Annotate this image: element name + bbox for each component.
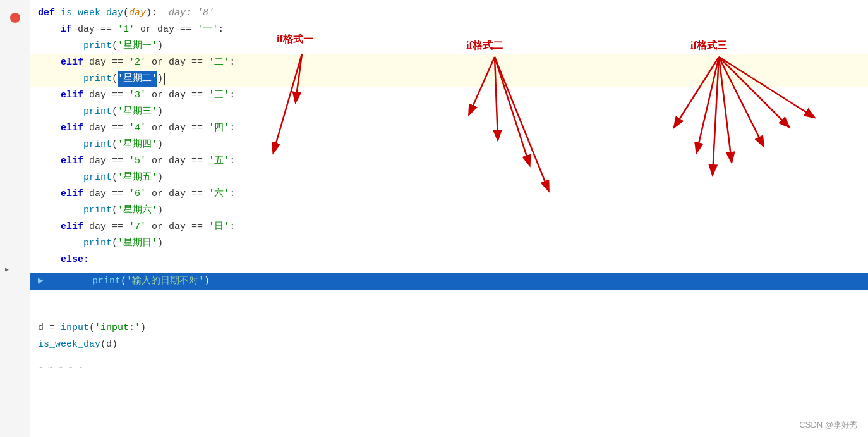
str-7: '7' [129,219,146,235]
str-input-prompt: 'input:' [95,320,140,336]
func-input: input [61,320,89,336]
indent-15 [38,235,83,252]
op-ci: ) [140,320,146,336]
watermark: CSDN @李好秀 [799,419,858,431]
bottom-line-1: d = input('input:') [30,320,868,336]
indent-12 [38,186,61,202]
str-4: '4' [129,120,146,137]
op-eq: == [95,22,118,38]
code-content: def is_week_day(day): day: '8' if day ==… [30,0,868,273]
colon8: : [229,120,235,137]
var-d4: day [89,54,106,71]
op-pcall: ( [100,336,106,353]
colon: : [218,22,224,38]
op-cp9: ) [157,137,163,153]
var-d8b: day [169,120,186,137]
code-line-5: print('星期二') [30,71,868,87]
op-e8b: == [186,120,208,137]
str-mon: '星期一' [118,38,157,54]
str-sat: '星期六' [118,202,157,219]
op-or4: or [146,54,169,71]
main-container: ▶ def is_week_day(day): day: '8' if day … [0,0,868,437]
indent-8 [38,120,61,137]
str-5: '5' [129,153,146,169]
code-line-4: elif day == '2' or day == '二': [30,54,868,71]
keyword-elif3: elif [61,87,89,104]
op-or14: or [146,219,169,235]
code-line-14: elif day == '7' or day == '日': [30,219,868,235]
op-cp15: ) [157,235,163,252]
func-print5: print [83,71,112,87]
func-print13: print [83,202,112,219]
keyword-elif6: elif [61,186,89,202]
op-ccall: ) [112,336,118,353]
op-assign: = [44,320,61,336]
str-6: '6' [129,186,146,202]
op-p9: ( [112,137,118,153]
str-wed: '星期三' [118,104,157,120]
op-p15: ( [112,235,118,252]
op-cp11: ) [157,169,163,186]
code-area: def is_week_day(day): day: '8' if day ==… [30,0,868,437]
op-or6: or [146,87,169,104]
str-san: '三' [208,87,229,104]
indent-11 [38,169,83,186]
func-call-week: is_week_day [38,336,100,353]
var-d4b: day [169,54,186,71]
keyword-elif5: elif [61,153,89,169]
indent-17 [47,273,92,290]
code-line-13: print('星期六') [30,202,868,219]
breakpoint-dot [10,13,20,23]
keyword-if: if [61,22,78,38]
op-p7: ( [112,104,118,120]
indent-6 [38,87,61,104]
op-p: ( [112,38,118,54]
var-d-bottom: d [38,320,44,336]
indent-2 [38,22,61,38]
op-cp5: ) [157,71,163,87]
str-si: '四' [208,120,229,137]
op-e12b: == [186,186,208,202]
op-e6b: == [186,87,208,104]
code-line-6: elif day == '3' or day == '三': [30,87,868,104]
code-line-3: print('星期一') [30,38,868,54]
str-invalid: '输入的日期不对' [126,273,204,290]
op-or8: or [146,120,169,137]
op-cp: ) [157,38,163,54]
str-yi: '一' [197,22,218,38]
indent-13 [38,202,83,219]
var-day2: day [157,22,174,38]
op-e6: == [106,87,129,104]
paren-open: ( [123,5,129,22]
code-line-12: elif day == '6' or day == '六': [30,186,868,202]
keyword-else: else: [61,252,89,268]
op-cp7: ) [157,104,163,120]
op-or12: or [146,186,169,202]
colon10: : [229,153,235,169]
line-gutter: ▶ [0,0,30,437]
str-1: '1' [118,22,135,38]
var-d14: day [89,219,106,235]
colon14: : [229,219,235,235]
op-pi: ( [89,320,95,336]
var-d-arg: d [106,336,112,353]
gutter-arrow-marker: ▶ [5,266,9,273]
spacer [30,290,868,315]
param-day: day [129,5,146,22]
code-line-17-selected: ▶ print('输入的日期不对') [30,273,868,290]
op-or: or [135,22,157,38]
keyword-elif4: elif [61,120,89,137]
indent-16 [38,252,61,268]
str-wu: '五' [208,153,229,169]
var-d12: day [89,186,106,202]
keyword-elif2: elif [61,54,89,71]
op-eq2: == [174,22,197,38]
keyword-elif7: elif [61,219,89,235]
op-e8: == [106,120,129,137]
op-e14b: == [186,219,208,235]
indent-9 [38,137,83,153]
indent-10 [38,153,61,169]
str-liu: '六' [208,186,229,202]
func-print11: print [83,169,112,186]
code-line-11: print('星期五') [30,169,868,186]
